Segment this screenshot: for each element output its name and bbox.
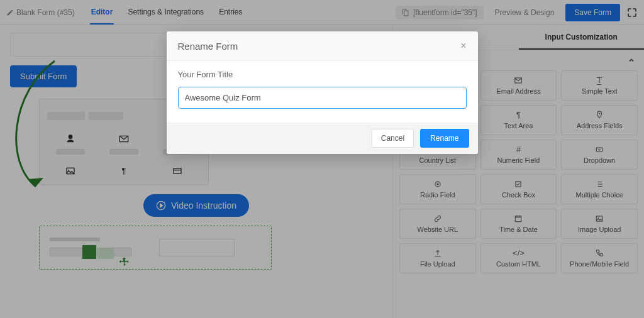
modal-header: Rename Form × xyxy=(167,31,478,61)
rename-form-modal: Rename Form × Your Form Title Cancel Ren… xyxy=(167,31,478,154)
cancel-button[interactable]: Cancel xyxy=(372,129,414,148)
form-title-input[interactable] xyxy=(178,87,467,109)
rename-button[interactable]: Rename xyxy=(420,129,469,148)
modal-footer: Cancel Rename xyxy=(167,123,478,154)
modal-overlay[interactable]: Rename Form × Your Form Title Cancel Ren… xyxy=(0,0,644,318)
modal-close-button[interactable]: × xyxy=(460,40,466,52)
form-title-label: Your Form Title xyxy=(178,70,467,79)
modal-body: Your Form Title xyxy=(167,61,478,123)
modal-title: Rename Form xyxy=(178,41,238,52)
close-icon: × xyxy=(460,40,466,51)
